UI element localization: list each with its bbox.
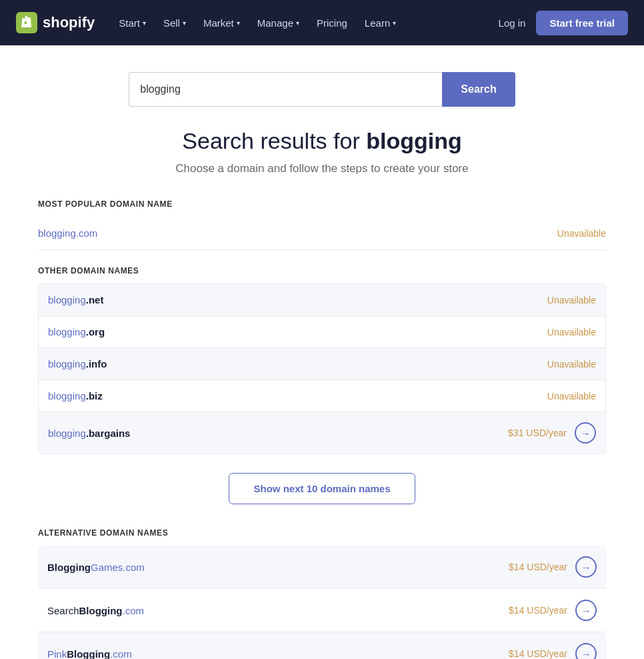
logo-text: shopify: [43, 14, 95, 31]
alternative-domains-section: ALTERNATIVE DOMAIN NAMES BloggingGames.c…: [38, 528, 606, 659]
nav-start-label: Start: [119, 17, 140, 29]
alt-price-label-1: $14 USD/year: [509, 562, 567, 572]
market-chevron-icon: ▾: [237, 19, 240, 27]
results-title-keyword: blogging: [366, 128, 462, 153]
alt-price-3: $14 USD/year →: [509, 643, 597, 659]
domain-status-info: Unavailable: [547, 359, 596, 370]
results-subtitle: Choose a domain and follow the steps to …: [38, 162, 606, 175]
nav-sell[interactable]: Sell ▾: [155, 12, 194, 34]
most-popular-label: MOST POPULAR DOMAIN NAME: [38, 199, 606, 209]
manage-chevron-icon: ▾: [296, 19, 299, 27]
nav-manage[interactable]: Manage ▾: [249, 12, 307, 34]
alternative-domains-label: ALTERNATIVE DOMAIN NAMES: [38, 528, 606, 538]
svg-rect-0: [16, 12, 37, 33]
search-bar: Search: [38, 72, 606, 107]
nav-pricing[interactable]: Pricing: [309, 12, 355, 34]
price-label-bargains: $31 USD/year: [508, 428, 567, 438]
popular-domain-base: blogging: [38, 227, 76, 239]
nav-right: Log in Start free trial: [499, 11, 628, 35]
list-item: BloggingGames.com $14 USD/year →: [38, 546, 606, 589]
nav-pricing-label: Pricing: [317, 17, 347, 29]
login-link[interactable]: Log in: [499, 17, 526, 29]
search-input[interactable]: [129, 72, 442, 107]
popular-domain-tld: .com: [76, 227, 98, 239]
start-free-trial-button[interactable]: Start free trial: [536, 11, 628, 35]
other-domains-section: OTHER DOMAIN NAMES blogging.net Unavaila…: [38, 266, 606, 454]
nav-start[interactable]: Start ▾: [111, 12, 154, 34]
list-item: blogging.org Unavailable: [39, 316, 605, 348]
nav-manage-label: Manage: [257, 17, 293, 29]
domain-status-biz: Unavailable: [547, 391, 596, 402]
results-title-prefix: Search results for: [182, 128, 366, 153]
list-item: blogging.net Unavailable: [39, 284, 605, 316]
show-more-wrap: Show next 10 domain names: [38, 473, 606, 504]
list-item: SearchBlogging.com $14 USD/year →: [38, 589, 606, 632]
select-alt-3-button[interactable]: →: [575, 643, 597, 659]
nav-links: Start ▾ Sell ▾ Market ▾ Manage ▾ Pricing…: [111, 12, 498, 34]
start-chevron-icon: ▾: [143, 19, 146, 27]
nav-learn[interactable]: Learn ▾: [357, 12, 404, 34]
other-domains-list: blogging.net Unavailable blogging.org Un…: [38, 283, 606, 454]
nav-market[interactable]: Market ▾: [195, 12, 248, 34]
select-bargains-button[interactable]: →: [575, 422, 596, 444]
shopify-logo-icon: [16, 12, 37, 33]
logo[interactable]: shopify: [16, 12, 95, 33]
alt-price-2: $14 USD/year →: [509, 600, 597, 621]
alt-price-label-3: $14 USD/year: [509, 648, 567, 659]
list-item: blogging.info Unavailable: [39, 348, 605, 380]
domain-status-net: Unavailable: [547, 295, 596, 305]
show-more-button[interactable]: Show next 10 domain names: [229, 473, 415, 504]
alt-price-1: $14 USD/year →: [509, 556, 597, 578]
alt-domain-2: SearchBlogging.com: [47, 605, 144, 616]
select-alt-2-button[interactable]: →: [575, 600, 597, 621]
domain-name-bargains: blogging.bargains: [48, 428, 130, 439]
list-item: blogging.biz Unavailable: [39, 380, 605, 412]
alt-domain-1: BloggingGames.com: [47, 562, 145, 573]
most-popular-section: MOST POPULAR DOMAIN NAME blogging.com Un…: [38, 199, 606, 250]
domain-name-org: blogging.org: [48, 326, 105, 338]
select-alt-1-button[interactable]: →: [575, 556, 597, 578]
domain-name-info: blogging.info: [48, 358, 107, 370]
popular-domain-name: blogging.com: [38, 227, 97, 239]
domain-name-net: blogging.net: [48, 294, 103, 305]
alt-domain-3: PinkBlogging.com: [47, 648, 132, 660]
nav-sell-label: Sell: [163, 17, 180, 29]
navbar: shopify Start ▾ Sell ▾ Market ▾ Manage ▾…: [0, 0, 644, 45]
other-domains-label: OTHER DOMAIN NAMES: [38, 266, 606, 275]
list-item: blogging.bargains $31 USD/year →: [39, 412, 605, 454]
nav-market-label: Market: [203, 17, 234, 29]
main-content: Search Search results for blogging Choos…: [22, 45, 622, 659]
alt-price-label-2: $14 USD/year: [509, 605, 567, 616]
alternative-domains-list: BloggingGames.com $14 USD/year → SearchB…: [38, 546, 606, 659]
nav-learn-label: Learn: [365, 17, 390, 29]
learn-chevron-icon: ▾: [393, 19, 396, 27]
popular-domain-row: blogging.com Unavailable: [38, 217, 606, 250]
sell-chevron-icon: ▾: [183, 19, 186, 27]
domain-name-biz: blogging.biz: [48, 390, 103, 402]
search-button[interactable]: Search: [442, 72, 515, 107]
results-title: Search results for blogging: [38, 128, 606, 154]
popular-domain-status: Unavailable: [557, 228, 606, 239]
list-item: PinkBlogging.com $14 USD/year →: [38, 632, 606, 659]
domain-status-org: Unavailable: [547, 327, 596, 338]
domain-price-bargains: $31 USD/year →: [508, 422, 596, 444]
